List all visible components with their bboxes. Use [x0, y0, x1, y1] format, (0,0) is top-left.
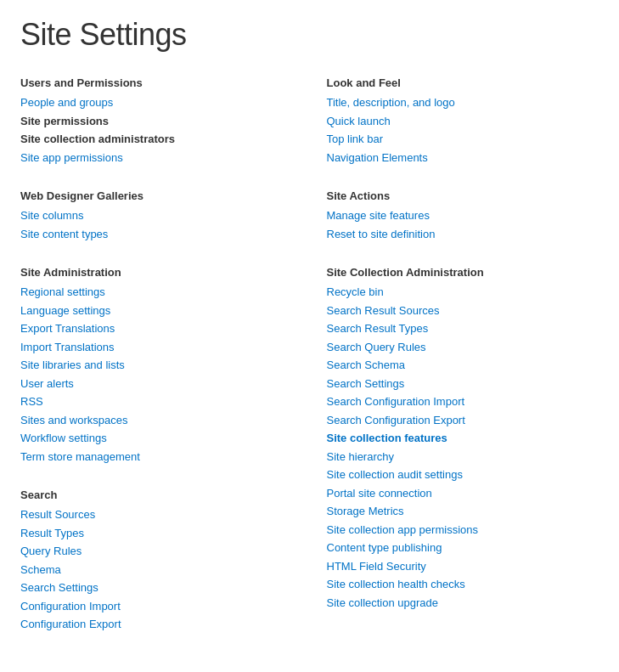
link-search-query-rules[interactable]: Search Query Rules [327, 341, 426, 353]
link-search-schema[interactable]: Search Schema [327, 359, 406, 371]
list-item: User alerts [20, 376, 293, 392]
link-reset-site-def[interactable]: Reset to site definition [327, 228, 436, 240]
link-site-hierarchy[interactable]: Site hierarchy [327, 450, 394, 463]
link-site-collection-features[interactable]: Site collection features [327, 432, 447, 444]
list-item: Configuration Export [20, 616, 293, 633]
link-html-field-security[interactable]: HTML Field Security [327, 560, 426, 573]
section-site-actions: Site Actions Manage site features Reset … [327, 189, 599, 242]
list-item: Search Settings [20, 579, 293, 596]
link-search-config-export[interactable]: Search Configuration Export [327, 414, 465, 426]
list-item: Site permissions [20, 113, 293, 130]
link-schema[interactable]: Schema [20, 563, 61, 576]
link-site-collection-app-permissions[interactable]: Site collection app permissions [327, 523, 478, 536]
page-title: Site Settings [20, 17, 599, 53]
list-item: Recycle bin [327, 284, 599, 301]
link-result-sources[interactable]: Result Sources [20, 508, 95, 521]
link-content-type-publishing[interactable]: Content type publishing [327, 541, 442, 554]
link-site-libraries[interactable]: Site libraries and lists [20, 359, 125, 371]
link-sites-workspaces[interactable]: Sites and workspaces [20, 414, 127, 426]
link-workflow-settings[interactable]: Workflow settings [20, 432, 107, 444]
list-item: Search Result Types [327, 320, 599, 337]
link-site-collection-upgrade[interactable]: Site collection upgrade [327, 596, 439, 609]
list-item: Storage Metrics [327, 503, 599, 520]
link-recycle-bin[interactable]: Recycle bin [327, 285, 384, 298]
settings-grid: Users and Permissions People and groups … [20, 76, 599, 657]
link-portal-site-connection[interactable]: Portal site connection [327, 487, 432, 500]
list-item: Schema [20, 562, 293, 579]
section-title-search: Search [20, 488, 293, 501]
list-item: Site collection features [327, 430, 599, 447]
list-item: Site hierarchy [327, 449, 599, 466]
list-item: Quick launch [327, 113, 599, 130]
list-item: Export Translations [20, 320, 293, 337]
link-title-desc-logo[interactable]: Title, description, and logo [327, 96, 455, 109]
list-item: Site collection app permissions [327, 522, 599, 539]
column-left: Users and Permissions People and groups … [20, 76, 293, 657]
bold-text: Site collection features [327, 432, 447, 444]
list-item: Site collection audit settings [327, 466, 599, 483]
list-item: Search Result Sources [327, 302, 599, 319]
section-search: Search Result Sources Result Types Query… [20, 488, 293, 633]
list-item: Site content types [20, 226, 293, 243]
link-search-config-import[interactable]: Search Configuration Import [327, 395, 465, 408]
link-term-store[interactable]: Term store management [20, 450, 140, 463]
section-links-site-collection-admin: Recycle bin Search Result Sources Search… [327, 284, 599, 611]
list-item: Search Settings [327, 376, 599, 392]
list-item: Site collection administrators [20, 131, 293, 148]
section-look-feel: Look and Feel Title, description, and lo… [327, 76, 599, 166]
list-item: Title, description, and logo [327, 94, 599, 111]
link-config-export[interactable]: Configuration Export [20, 618, 121, 630]
section-users-permissions: Users and Permissions People and groups … [20, 76, 293, 166]
list-item: Term store management [20, 449, 293, 466]
link-language-settings[interactable]: Language settings [20, 304, 110, 317]
link-top-link-bar[interactable]: Top link bar [327, 133, 383, 145]
link-storage-metrics[interactable]: Storage Metrics [327, 505, 404, 517]
link-people-groups[interactable]: People and groups [20, 96, 113, 109]
link-manage-features[interactable]: Manage site features [327, 209, 430, 222]
link-regional-settings[interactable]: Regional settings [20, 285, 105, 298]
section-web-designer: Web Designer Galleries Site columns Site… [20, 189, 293, 242]
list-item: Workflow settings [20, 430, 293, 447]
list-item: Query Rules [20, 543, 293, 560]
link-user-alerts[interactable]: User alerts [20, 377, 74, 390]
link-import-translations[interactable]: Import Translations [20, 341, 115, 353]
section-links-search: Result Sources Result Types Query Rules … [20, 506, 293, 633]
list-item: Sites and workspaces [20, 412, 293, 429]
link-navigation-elements[interactable]: Navigation Elements [327, 151, 428, 164]
section-site-collection-admin: Site Collection Administration Recycle b… [327, 266, 599, 611]
list-item: Site columns [20, 207, 293, 224]
section-title-site-admin: Site Administration [20, 266, 293, 279]
link-rss[interactable]: RSS [20, 395, 43, 408]
link-health-checks[interactable]: Site collection health checks [327, 578, 465, 590]
link-site-columns[interactable]: Site columns [20, 209, 83, 222]
section-title-site-collection-admin: Site Collection Administration [327, 266, 599, 279]
section-links-web-designer: Site columns Site content types [20, 207, 293, 242]
list-item: Manage site features [327, 207, 599, 224]
list-item: Result Types [20, 525, 293, 542]
link-site-app-permissions[interactable]: Site app permissions [20, 151, 123, 164]
link-search-settings[interactable]: Search Settings [20, 581, 98, 594]
section-links-look-feel: Title, description, and logo Quick launc… [327, 94, 599, 166]
link-quick-launch[interactable]: Quick launch [327, 115, 391, 127]
list-item: Reset to site definition [327, 226, 599, 243]
list-item: Configuration Import [20, 598, 293, 615]
list-item: HTML Field Security [327, 558, 599, 575]
link-search-result-types[interactable]: Search Result Types [327, 322, 429, 335]
section-links-site-admin: Regional settings Language settings Expo… [20, 284, 293, 465]
link-query-rules[interactable]: Query Rules [20, 545, 82, 557]
list-item: Search Query Rules [327, 339, 599, 356]
link-site-content-types[interactable]: Site content types [20, 228, 108, 240]
link-export-translations[interactable]: Export Translations [20, 322, 115, 335]
section-links-users-permissions: People and groups Site permissions Site … [20, 94, 293, 166]
link-search-result-sources[interactable]: Search Result Sources [327, 304, 440, 317]
list-item: Import Translations [20, 339, 293, 356]
link-result-types[interactable]: Result Types [20, 527, 84, 539]
section-site-admin: Site Administration Regional settings La… [20, 266, 293, 465]
list-item: Search Configuration Export [327, 412, 599, 429]
list-item: Site app permissions [20, 150, 293, 167]
link-site-audit-settings[interactable]: Site collection audit settings [327, 468, 463, 481]
list-item: Top link bar [327, 131, 599, 148]
list-item: Result Sources [20, 506, 293, 523]
link-search-settings[interactable]: Search Settings [327, 377, 405, 390]
link-config-import[interactable]: Configuration Import [20, 600, 121, 613]
